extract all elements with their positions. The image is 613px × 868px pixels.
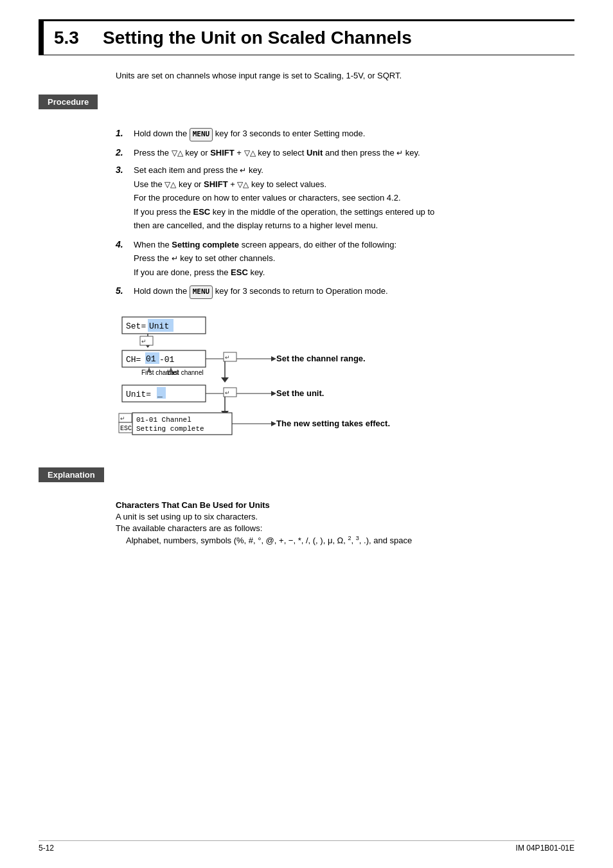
explanation-title: Characters That Can Be Used for Units <box>116 500 574 510</box>
doc-id: IM 04P1B01-01E <box>516 844 574 853</box>
svg-text:↵: ↵ <box>225 354 230 361</box>
down-up-arrow-2: ▽△ <box>244 149 256 158</box>
step-2-content: Press the ▽△ key or SHIFT + ▽△ key to se… <box>134 147 574 159</box>
steps-container: 1. Hold down the MENU key for 3 seconds … <box>116 127 574 299</box>
menu-key-2: MENU <box>190 285 213 299</box>
step-2: 2. Press the ▽△ key or SHIFT + ▽△ key to… <box>116 147 574 159</box>
explanation-line2: The available characters are as follows: <box>116 523 574 533</box>
explanation-label: Explanation <box>39 467 104 482</box>
page-footer: 5-12 IM 04P1B01-01E <box>39 840 574 853</box>
explanation-line1: A unit is set using up to six characters… <box>116 512 574 521</box>
complete-line1: 01-01 Channel <box>136 416 191 424</box>
procedure-label: Procedure <box>39 95 98 109</box>
svg-text:↵: ↵ <box>225 390 230 396</box>
page: 5.3 Setting the Unit on Scaled Channels … <box>0 0 613 868</box>
step-5: 5. Hold down the MENU key for 3 seconds … <box>116 285 574 299</box>
label-channel-range: Set the channel range. <box>276 354 366 363</box>
section-title: Setting the Unit on Scaled Channels <box>103 28 412 48</box>
step-4: 4. When the Setting complete screen appe… <box>116 239 574 280</box>
last-channel-label: Last channel <box>167 369 204 376</box>
menu-key-1: MENU <box>190 128 213 141</box>
explanation-section: Explanation Characters That Can Be Used … <box>39 467 574 545</box>
svg-text:↵: ↵ <box>141 338 147 345</box>
chapter-header: 5.3 Setting the Unit on Scaled Channels <box>39 19 574 55</box>
diagram-area: Set= Unit ↵ CH= 01 -01 Set the channel r… <box>116 311 475 452</box>
header-bar <box>39 21 44 55</box>
step-1-content: Hold down the MENU key for 3 seconds to … <box>134 127 574 141</box>
step-4-num: 4. <box>116 239 134 249</box>
shift-label-1: SHIFT <box>210 148 235 158</box>
step-5-content: Hold down the MENU key for 3 seconds to … <box>134 285 574 299</box>
unit-label: Unit <box>306 148 323 158</box>
enter-symbol-1: ↵ <box>396 149 403 158</box>
svg-marker-28 <box>271 391 276 396</box>
svg-marker-39 <box>271 421 276 426</box>
explanation-content: Characters That Can Be Used for Units A … <box>116 500 574 545</box>
label-new-setting: The new setting takes effect. <box>276 419 390 428</box>
complete-line2: Setting complete <box>136 425 204 433</box>
label-set-unit: Set the unit. <box>276 388 324 398</box>
explanation-line3: Alphabet, numbers, symbols (%, #, °, @, … <box>116 535 574 545</box>
svg-text:Unit: Unit <box>149 321 169 331</box>
step-3: 3. Set each item and press the ↵ key. Us… <box>116 164 574 233</box>
svg-text:-01: -01 <box>159 355 175 365</box>
step-3-content: Set each item and press the ↵ key. Use t… <box>134 164 574 233</box>
step-1: 1. Hold down the MENU key for 3 seconds … <box>116 127 574 141</box>
svg-text:Set=: Set= <box>126 321 146 331</box>
header-content: 5.3 Setting the Unit on Scaled Channels <box>54 21 412 55</box>
procedure-diagram: Set= Unit ↵ CH= 01 -01 Set the channel r… <box>116 311 475 452</box>
step-4-content: When the Setting complete screen appears… <box>134 239 574 280</box>
svg-text:↵: ↵ <box>120 415 125 422</box>
svg-text:CH=: CH= <box>126 355 141 365</box>
step-5-num: 5. <box>116 285 134 296</box>
section-number: 5.3 <box>54 28 93 48</box>
svg-text:_: _ <box>157 389 163 399</box>
page-number: 5-12 <box>39 844 54 853</box>
procedure-section: Procedure 1. Hold down the MENU key for … <box>39 95 574 452</box>
down-up-arrow-1: ▽△ <box>172 149 183 158</box>
svg-marker-14 <box>271 356 276 361</box>
step-2-num: 2. <box>116 147 134 158</box>
svg-text:Unit=: Unit= <box>126 390 151 399</box>
step-3-num: 3. <box>116 164 134 175</box>
svg-text:01: 01 <box>146 354 156 364</box>
svg-marker-22 <box>221 377 229 383</box>
step-1-num: 1. <box>116 127 134 138</box>
intro-text: Units are set on channels whose input ra… <box>116 71 574 80</box>
